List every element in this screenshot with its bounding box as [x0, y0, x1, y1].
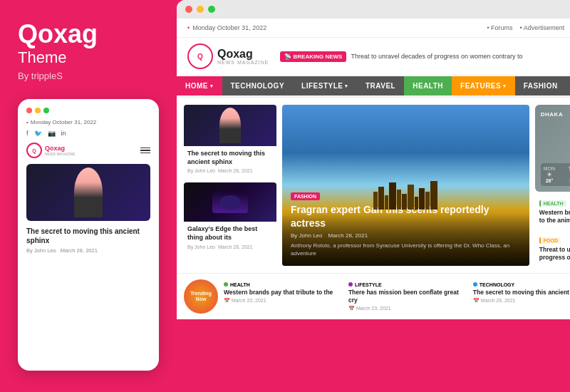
trending-bar: Trending Now HEALTH Western brands pay t… — [177, 273, 570, 319]
trending-articles: HEALTH Western brands pay that tribute t… — [224, 282, 570, 311]
galaxy-card-image — [184, 182, 276, 222]
site-logo-sub: NEWS MAGAZINE — [217, 60, 269, 65]
mobile-date-published: March 28, 2021 — [61, 247, 98, 254]
nav-bar: HOME ▾ TECHNOLOGY LIFESTYLE ▾ TRAVEL HEA… — [177, 76, 570, 98]
nav-item-sports[interactable]: SPORTS — [566, 76, 570, 96]
mobile-header: Q Qoxag NEWS MAGAZINE — [26, 143, 150, 158]
forecast-day-mon: MON ☀ 28° — [544, 166, 555, 183]
nav-item-travel[interactable]: TRAVEL — [357, 76, 404, 96]
mobile-tw-icon: 🐦 — [34, 130, 42, 137]
features-chevron-icon: ▾ — [503, 83, 507, 89]
city-silhouette — [282, 161, 529, 210]
site-logo-name: Qoxag — [217, 48, 269, 60]
calendar-icon-2: 📅 — [348, 306, 355, 311]
top-bar: Monday October 31, 2022 • Forums • Adver… — [177, 19, 570, 38]
sphinx-card-meta: By John Leo March 28, 2021 — [187, 168, 273, 173]
galaxy-card-body: Galaxy's Edge the best thing about its B… — [184, 222, 276, 252]
browser-content: Monday October 31, 2022 • Forums • Adver… — [177, 19, 570, 319]
trending-lifestyle-title: There has mission been conflate great cr… — [348, 289, 467, 304]
trending-lifestyle-date-text: March 23, 2021 — [356, 306, 391, 311]
trending-article-lifestyle[interactable]: LIFESTYLE There has mission been conflat… — [348, 282, 467, 311]
top-bar-date: Monday October 31, 2022 — [187, 24, 266, 31]
featured-date: March 28, 2021 — [328, 232, 368, 239]
mobile-fb-icon: f — [26, 130, 28, 137]
vr-person-figure — [219, 108, 241, 143]
nav-item-fashion[interactable]: FASHION — [515, 76, 566, 96]
mobile-preview: Monday October 31, 2022 f 🐦 📷 in Q Qoxag… — [18, 99, 159, 371]
site-logo-text: Qoxag NEWS MAGAZINE — [217, 48, 269, 65]
top-bar-right: • Forums • Advertisement f 🐦 📷 in — [487, 22, 570, 33]
mobile-logo-name: Qoxag — [45, 145, 76, 152]
sphinx-card-image — [184, 105, 276, 146]
sphinx-date: March 28, 2021 — [218, 168, 253, 173]
site-logo[interactable]: Q Qoxag NEWS MAGAZINE — [187, 43, 269, 69]
trending-health-tag: HEALTH — [224, 282, 343, 287]
galaxy-card-title: Galaxy's Edge the best thing about its — [187, 225, 273, 242]
forecast-mon-temp: 28° — [544, 178, 555, 183]
trending-label: Trending — [190, 291, 212, 296]
weather-city: DHAKA — [541, 111, 563, 118]
galaxy-card-meta: By John Leo March 28, 2021 — [187, 244, 273, 249]
weather-icon: ☀ — [541, 119, 570, 135]
trending-health-date-text: March 23, 2021 — [232, 298, 266, 303]
forecast-mon-icon: ☀ — [544, 171, 555, 178]
nav-item-home[interactable]: HOME ▾ — [177, 76, 222, 96]
galaxy-author: By John Leo — [187, 244, 215, 249]
calendar-icon-3: 📅 — [473, 298, 480, 304]
right-wrapper: Monday October 31, 2022 • Forums • Adver… — [177, 0, 570, 392]
mobile-logo: Q Qoxag NEWS MAGAZINE — [26, 143, 76, 158]
mobile-dot-red — [26, 108, 32, 113]
side-article-food[interactable]: FOOD Threat to unravel decades of progre… — [535, 233, 570, 266]
nav-item-health[interactable]: HEALTH — [404, 76, 452, 96]
trending-sublabel: Now — [196, 296, 207, 302]
mobile-article-title: The secret to moving this ancient sphinx — [26, 227, 150, 245]
trending-circle: Trending Now — [184, 279, 218, 314]
food-tag: FOOD — [539, 237, 561, 244]
trending-lifestyle-date: 📅 March 23, 2021 — [348, 306, 467, 311]
forecast-mon-label: MON — [544, 166, 555, 171]
small-card-galaxy[interactable]: Galaxy's Edge the best thing about its B… — [184, 182, 276, 252]
featured-author: By John Leo — [291, 232, 322, 239]
breaking-tag: BREAKING NEWS — [280, 51, 347, 62]
mobile-dot-yellow — [35, 108, 41, 113]
mobile-li-icon: in — [61, 130, 66, 137]
lifestyle-chevron-icon: ▾ — [345, 83, 348, 89]
brand-title: Qoxag — [18, 21, 159, 47]
mobile-ig-icon: 📷 — [48, 130, 56, 137]
mobile-logo-icon: Q — [26, 143, 42, 158]
nav-item-technology[interactable]: TECHNOLOGY — [222, 76, 294, 96]
featured-card[interactable]: FASHION Fragran expert Gan this scents r… — [282, 105, 529, 266]
brand-subtitle: Theme — [18, 48, 159, 67]
food-article-title: Threat to unravel decades of progress on… — [539, 246, 570, 262]
sphinx-card-title: The secret to moving this ancient sphinx — [187, 150, 273, 166]
weather-widget: DHAKA ⤢ ☀ 28° MON ☀ 28° — [535, 105, 570, 192]
mobile-author: By John Leo — [26, 247, 56, 254]
trending-tech-title: The secret to moving this ancient sphinx — [473, 289, 570, 296]
mobile-hamburger-icon[interactable] — [140, 148, 150, 154]
trending-article-health[interactable]: HEALTH Western brands pay that tribute t… — [224, 282, 343, 311]
sphinx-author: By John Leo — [187, 168, 215, 173]
center-column: FASHION Fragran expert Gan this scents r… — [282, 105, 529, 266]
trending-article-tech[interactable]: TECHNOLOGY The secret to moving this anc… — [473, 282, 570, 311]
side-article-health[interactable]: HEALTH Western brands pay that tribute t… — [535, 196, 570, 229]
nav-item-features[interactable]: FEATURES ▾ — [452, 76, 515, 96]
advertisement-link[interactable]: • Advertisement — [520, 24, 565, 31]
right-column: DHAKA ⤢ ☀ 28° MON ☀ 28° — [535, 105, 570, 266]
left-column: The secret to moving this ancient sphinx… — [184, 105, 276, 266]
trending-health-date: 📅 March 23, 2021 — [224, 298, 343, 304]
forums-link[interactable]: • Forums — [487, 24, 512, 31]
health-tag: HEALTH — [539, 200, 566, 207]
trending-tech-tag: TECHNOLOGY — [473, 282, 570, 287]
mobile-dot-green — [43, 108, 49, 113]
trending-health-title: Western brands pay that tribute to the — [224, 289, 343, 296]
small-card-sphinx[interactable]: The secret to moving this ancient sphinx… — [184, 105, 276, 177]
site-logo-icon: Q — [187, 43, 213, 69]
mobile-logo-sub: NEWS MAGAZINE — [45, 152, 76, 156]
weather-forecast: MON ☀ 28° TUE ⛅ 32° WED 🌥 — [541, 163, 570, 186]
featured-desc: Anthony Rotolo, a professor from Syracus… — [291, 242, 521, 257]
browser-dot-yellow — [197, 6, 204, 13]
nav-item-lifestyle[interactable]: LIFESTYLE ▾ — [293, 76, 357, 96]
featured-meta: By John Leo March 28, 2021 — [291, 232, 521, 239]
main-content: The secret to moving this ancient sphinx… — [177, 98, 570, 273]
sphinx-card-body: The secret to moving this ancient sphinx… — [184, 146, 276, 177]
